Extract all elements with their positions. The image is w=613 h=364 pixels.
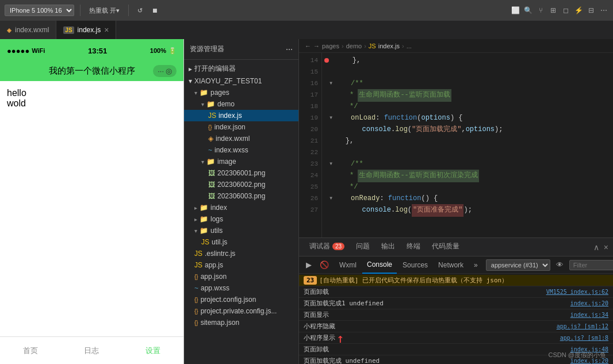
console-filter-input[interactable] — [569, 260, 613, 270]
file-section-open-editors[interactable]: ▸ 打开的编辑器 — [184, 62, 298, 75]
nav-log[interactable]: 日志 — [61, 337, 122, 364]
collapse-icon[interactable]: ▾ — [329, 78, 333, 89]
code-line-17: * 生命周期函数--监听页面加载 — [329, 90, 606, 101]
console-run-btn[interactable]: ▶ — [304, 259, 314, 270]
close-panel-btn[interactable]: × — [604, 243, 608, 252]
refresh-btn[interactable]: ↺ — [135, 6, 145, 16]
pages-expand-icon: ▾ — [194, 90, 197, 96]
console-ref-1[interactable]: VM1525 index.js:62 — [546, 289, 608, 295]
plugin-icon[interactable]: ⚡ — [574, 6, 583, 15]
tab-debugger[interactable]: 调试器 23 — [304, 238, 350, 256]
code-area: 14 15 16 17 18 19 20 21 22 23 24 25 26 2… — [299, 53, 613, 237]
console-text-2: 页面加载完成1 undefined — [304, 299, 384, 308]
file-index-wxss[interactable]: ~ index.wxss — [184, 144, 298, 156]
file-eslintrc[interactable]: JS .eslintrc.js — [184, 248, 298, 259]
file-index-js[interactable]: JS index.js — [184, 110, 298, 121]
png2-label: 202306002.png — [217, 181, 265, 189]
utils-folder-icon: 📁 — [200, 227, 208, 235]
more-icon[interactable]: ⋯ — [599, 6, 608, 15]
app-json-icon: {} — [194, 274, 198, 280]
token: /** — [334, 78, 363, 89]
console-ref-5[interactable]: app.js? [sm]:8 — [560, 335, 608, 341]
nav-home[interactable]: 首页 — [0, 337, 61, 364]
file-folder-image[interactable]: ▾ 📁 image — [184, 156, 298, 167]
file-folder-index[interactable]: ▸ 📁 index — [184, 202, 298, 213]
code-line-23: ▾ /** — [329, 159, 606, 170]
collapse-panel-btn[interactable]: ∧ — [593, 243, 599, 252]
tab-problems[interactable]: 问题 — [350, 238, 376, 256]
tab-wxml[interactable]: ◈ index.wxml — [0, 21, 56, 39]
file-app-wxss[interactable]: ~ app.wxss — [184, 282, 298, 294]
file-folder-logs[interactable]: ▸ 📁 logs — [184, 213, 298, 225]
file-util-js[interactable]: JS util.js — [184, 236, 298, 248]
tab-quality[interactable]: 代码质量 — [426, 238, 465, 256]
console-ref-2[interactable]: index.js:20 — [570, 300, 608, 306]
file-index-wxml[interactable]: ◈ index.wxml — [184, 133, 298, 144]
file-panel-more-icon[interactable]: ⋯ — [286, 45, 293, 53]
sub-tab-network[interactable]: Network — [434, 256, 468, 274]
open-editors-label: 打开的编辑器 — [194, 64, 236, 74]
file-section-root[interactable]: ▾ XIAOYU_ZF_TEST01 — [184, 75, 298, 87]
file-project-config[interactable]: {} project.config.json — [184, 294, 298, 305]
tab-close-btn[interactable]: × — [104, 25, 109, 35]
stop-btn[interactable]: ⏹ — [149, 6, 161, 15]
menu-dots: ··· — [158, 67, 164, 75]
phone-status-bar: ●●●●● WiFi 13:51 100% 🔋 — [0, 39, 183, 62]
debug-icon[interactable]: ◻ — [561, 6, 570, 15]
menu-circle: ◎ — [166, 67, 172, 75]
file-folder-pages[interactable]: ▾ 📁 pages — [184, 87, 298, 98]
collapse-icon3[interactable]: ▾ — [329, 159, 333, 170]
file-sitemap[interactable]: {} sitemap.json — [184, 317, 298, 328]
file-index-json[interactable]: {} index.json — [184, 121, 298, 133]
code-line-21: }, — [329, 136, 606, 147]
file-png1[interactable]: 🖼 202306001.png — [184, 167, 298, 179]
file-project-private[interactable]: {} project.private.config.js... — [184, 305, 298, 317]
index-wxss-label: index.wxss — [214, 146, 248, 154]
console-ref-7[interactable]: index.js:20 — [570, 358, 608, 364]
file-png2[interactable]: 🖼 202306002.png — [184, 179, 298, 190]
file-tree: ▸ 打开的编辑器 ▾ XIAOYU_ZF_TEST01 ▾ 📁 pages ▾ … — [184, 60, 298, 364]
sub-tab-sources[interactable]: Sources — [398, 256, 432, 274]
console-ref-6[interactable]: index.js:48 — [570, 346, 608, 352]
wifi-icon: WiFi — [32, 47, 45, 54]
hot-reload-btn[interactable]: 热重载 开▾ — [86, 5, 122, 16]
collapse-icon2[interactable]: ▾ — [329, 113, 333, 124]
sub-tab-console[interactable]: Console — [362, 256, 397, 274]
tab-js[interactable]: JS index.js × — [56, 21, 116, 39]
breadcrumb-nav-forward[interactable]: → — [313, 43, 320, 49]
console-ref-3[interactable]: index.js:34 — [570, 312, 608, 318]
context-select[interactable]: appservice (#31) — [486, 259, 550, 271]
collapse-icon4[interactable]: ▾ — [329, 193, 333, 204]
app-js-icon: JS — [194, 261, 202, 269]
file-folder-demo[interactable]: ▾ 📁 demo — [184, 98, 298, 110]
sub-tab-wxml[interactable]: Wxml — [335, 256, 361, 274]
nav-settings[interactable]: 设置 — [122, 337, 183, 364]
sub-tab-more[interactable]: » — [469, 256, 482, 274]
file-folder-utils[interactable]: ▾ 📁 utils — [184, 225, 298, 236]
tab-output[interactable]: 输出 — [376, 238, 401, 256]
breadcrumb-nav-back[interactable]: ← — [305, 43, 311, 49]
grid-icon[interactable]: ⊞ — [549, 6, 558, 15]
wechat-menu-btn[interactable]: ··· ◎ — [153, 65, 177, 77]
project-private-icon: {} — [194, 308, 198, 315]
tab-output-label: 输出 — [381, 242, 395, 251]
tab-terminal[interactable]: 终端 — [401, 238, 426, 256]
right-panel: ← → pages › demo › JS index.js › ... 14 … — [299, 39, 613, 364]
wxss-file-icon: ~ — [208, 146, 212, 154]
file-app-json[interactable]: {} app.json — [184, 271, 298, 282]
file-png3[interactable]: 🖼 202306003.png — [184, 190, 298, 202]
console-ref-4[interactable]: app.js? [sm]:12 — [557, 323, 608, 329]
toolbar-right: ⬜ 🔍 ⑂ ⊞ ◻ ⚡ ⊟ ⋯ — [511, 6, 608, 15]
eye-icon[interactable]: 👁 — [554, 259, 566, 270]
device-select[interactable]: IPhone 5 100% 16 — [5, 5, 74, 16]
search-icon[interactable]: 🔍 — [523, 6, 532, 15]
layout-icon[interactable]: ⊟ — [587, 6, 596, 15]
git-icon[interactable]: ⑂ — [536, 6, 545, 15]
breadcrumb-sep1: › — [342, 43, 344, 49]
file-app-js[interactable]: JS app.js — [184, 259, 298, 271]
code-content[interactable]: }, ▾ /** * 生命周期函数--监听页面加载 — [322, 53, 613, 237]
save-icon[interactable]: ⬜ — [511, 6, 520, 15]
console-clear-btn[interactable]: 🚫 — [317, 259, 331, 270]
console-row-7: 页面加载完成 undefined index.js:20 — [299, 355, 613, 364]
bottom-panel: 调试器 23 问题 输出 终端 代码质量 ∧ × — [299, 237, 613, 364]
